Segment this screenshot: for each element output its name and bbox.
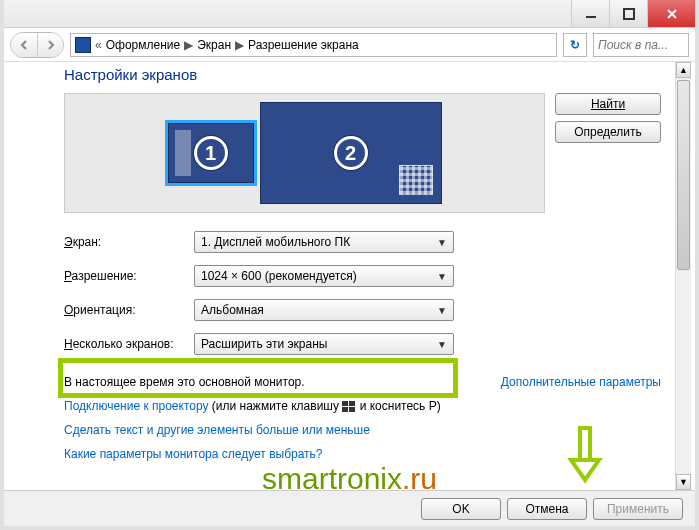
titlebar <box>4 0 695 28</box>
which-settings-link[interactable]: Какие параметры монитора следует выбрать… <box>64 447 323 461</box>
chevron-down-icon: ▼ <box>437 237 447 248</box>
identify-button[interactable]: Определить <box>555 121 661 143</box>
chevron-down-icon: ▼ <box>437 271 447 282</box>
display-side-buttons: Найти Определить <box>555 93 661 213</box>
monitor-2[interactable]: 2 <box>260 102 442 204</box>
orientation-label: Ориентация: <box>64 303 194 317</box>
multiple-displays-label: Несколько экранов: <box>64 337 194 351</box>
svg-rect-1 <box>624 9 634 19</box>
address-bar[interactable]: « Оформление ▶ Экран ▶ Разрешение экрана <box>70 33 557 57</box>
projector-link[interactable]: Подключение к проектору <box>64 399 209 413</box>
primary-monitor-text: В настоящее время это основной монитор. <box>64 375 305 389</box>
chevron-down-icon: ▼ <box>437 339 447 350</box>
close-button[interactable] <box>647 0 695 27</box>
resolution-combo[interactable]: 1024 × 600 (рекомендуется)▼ <box>194 265 454 287</box>
content: Настройки экранов 1 2 Найти Определить Э… <box>4 62 677 490</box>
resolution-label: Разрешение: <box>64 269 194 283</box>
navbar: « Оформление ▶ Экран ▶ Разрешение экрана… <box>4 28 695 62</box>
advanced-link[interactable]: Дополнительные параметры <box>501 375 661 389</box>
apply-button[interactable]: Применить <box>593 498 683 520</box>
multiple-displays-combo[interactable]: Расширить эти экраны▼ <box>194 333 454 355</box>
chevron-down-icon: ▼ <box>437 305 447 316</box>
crumb[interactable]: Экран <box>197 38 231 52</box>
scroll-up-button[interactable]: ▲ <box>676 62 691 78</box>
scroll-down-button[interactable]: ▼ <box>676 474 691 490</box>
svg-rect-0 <box>586 16 596 18</box>
svg-rect-6 <box>342 407 348 412</box>
page-title: Настройки экранов <box>64 66 661 83</box>
svg-rect-5 <box>349 401 355 406</box>
ok-button[interactable]: OK <box>421 498 501 520</box>
crumb[interactable]: Оформление <box>106 38 180 52</box>
screen-label: Экран: <box>64 235 194 249</box>
info-line: В настоящее время это основной монитор. … <box>64 375 661 389</box>
scroll-thumb[interactable] <box>677 80 690 270</box>
screen-combo[interactable]: 1. Дисплей мобильного ПК▼ <box>194 231 454 253</box>
crumb[interactable]: Разрешение экрана <box>248 38 359 52</box>
footer: OK Отмена Применить <box>4 490 695 526</box>
search-input[interactable] <box>593 33 689 57</box>
minimize-button[interactable] <box>571 0 609 27</box>
display-preview[interactable]: 1 2 <box>64 93 545 213</box>
display-preview-row: 1 2 Найти Определить <box>64 93 661 213</box>
settings-form: Экран: 1. Дисплей мобильного ПК▼ Разреше… <box>64 231 661 355</box>
window: « Оформление ▶ Экран ▶ Разрешение экрана… <box>0 0 699 530</box>
text-size-link[interactable]: Сделать текст и другие элементы больше и… <box>64 423 370 437</box>
svg-rect-4 <box>342 401 348 406</box>
svg-rect-7 <box>349 407 355 412</box>
back-button[interactable] <box>11 33 37 57</box>
vertical-scrollbar[interactable]: ▲ ▼ <box>675 62 691 490</box>
forward-button[interactable] <box>37 33 63 57</box>
windows-key-icon <box>342 401 356 413</box>
cancel-button[interactable]: Отмена <box>507 498 587 520</box>
projector-line: Подключение к проектору (или нажмите кла… <box>64 399 661 413</box>
nav-back-forward <box>10 32 64 58</box>
monitor-1-badge: 1 <box>194 136 228 170</box>
monitor-2-badge: 2 <box>334 136 368 170</box>
orientation-combo[interactable]: Альбомная▼ <box>194 299 454 321</box>
control-panel-icon <box>75 37 91 53</box>
maximize-button[interactable] <box>609 0 647 27</box>
find-button[interactable]: Найти <box>555 93 661 115</box>
monitor-1[interactable]: 1 <box>168 123 254 183</box>
refresh-button[interactable]: ↻ <box>563 33 587 57</box>
